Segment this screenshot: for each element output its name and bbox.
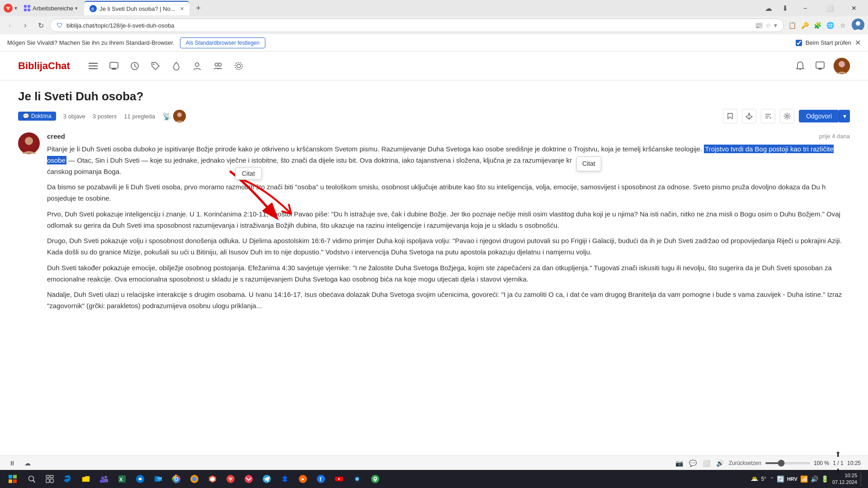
back-button[interactable]: ‹ bbox=[4, 19, 16, 32]
vivaldi-logo[interactable]: ▾ bbox=[4, 4, 17, 13]
groups-icon[interactable] bbox=[213, 61, 223, 71]
taskbar-teams-icon[interactable] bbox=[96, 471, 112, 487]
start-button[interactable] bbox=[4, 470, 22, 488]
taskbar-firefox-icon[interactable] bbox=[186, 471, 203, 487]
topic-settings-button[interactable] bbox=[780, 109, 794, 123]
svg-point-42 bbox=[104, 476, 107, 479]
maximize-button[interactable]: ⬜ bbox=[819, 1, 840, 15]
show-desktop-button[interactable] bbox=[861, 472, 864, 486]
notification-bell-icon[interactable] bbox=[794, 60, 807, 72]
download-icon[interactable]: ⬇ bbox=[778, 2, 791, 14]
tray-network-icon[interactable]: 🔄 bbox=[777, 475, 784, 483]
post-paragraph-3: Prvo, Duh Sveti pokazuje inteligenciju i… bbox=[47, 209, 850, 231]
beim-start-checkbox[interactable] bbox=[796, 40, 802, 46]
tab-mute-icon[interactable]: 🔊 bbox=[715, 458, 725, 468]
tab-title: Je li Sveti Duh osoba? | No... bbox=[99, 5, 175, 12]
address-bar-more-icon[interactable]: ▾ bbox=[774, 22, 777, 29]
set-default-browser-button[interactable]: Als Standardbrowser festlegen bbox=[180, 38, 265, 48]
user-avatar[interactable] bbox=[834, 58, 850, 74]
rss-icon[interactable]: 📡 bbox=[162, 112, 171, 121]
taskbar-explorer-icon[interactable] bbox=[78, 471, 94, 487]
taskbar-clock[interactable]: 10:25 07.12.2024 bbox=[832, 472, 857, 486]
taskbar-facebook-icon[interactable]: f bbox=[313, 471, 329, 487]
svg-rect-32 bbox=[9, 475, 12, 479]
wifi-icon[interactable]: 📶 bbox=[800, 475, 808, 483]
taskbar-dropbox-icon[interactable] bbox=[277, 471, 293, 487]
pause-button[interactable]: ⏸ bbox=[7, 458, 17, 468]
shield-icon: 🛡 bbox=[57, 22, 63, 29]
post-paragraph-2: Da bismo se pozabavili je li Duh Sveti o… bbox=[47, 182, 850, 204]
sort-posts-button[interactable] bbox=[761, 109, 775, 123]
cloud-icon[interactable]: ☁ bbox=[762, 2, 775, 14]
reader-mode-icon[interactable]: 📰 bbox=[755, 22, 763, 29]
odgovori-button[interactable]: Odgovori bbox=[799, 110, 839, 122]
taskbar-edge-icon[interactable] bbox=[60, 471, 76, 487]
tab-close-button[interactable]: ✕ bbox=[180, 6, 184, 12]
taskbar-chrome-icon[interactable] bbox=[168, 471, 184, 487]
reader-icon[interactable]: 💬 bbox=[688, 458, 698, 468]
browser-tab[interactable]: B Je li Sveti Duh osoba? | No... ✕ bbox=[84, 1, 189, 15]
screen-capture-icon[interactable]: 📋 bbox=[787, 20, 797, 31]
picture-in-picture-icon[interactable]: ⬜ bbox=[702, 458, 712, 468]
taskbar-brave-icon[interactable] bbox=[204, 471, 221, 487]
site-logo[interactable]: BiblijaChat bbox=[18, 60, 70, 72]
taskbar-taskview-button[interactable] bbox=[42, 471, 58, 487]
scroll-up-button[interactable]: ⬆ bbox=[833, 449, 844, 460]
taskbar-excel-icon[interactable]: X bbox=[114, 471, 130, 487]
tags-icon[interactable] bbox=[151, 61, 160, 71]
taskbar-youtube-icon[interactable] bbox=[331, 471, 347, 487]
bottom-toolbar: ⏸ ☁ 📷 💬 ⬜ 🔊 Zurücksetzen 100 % ⬆ 1 / 1 ⬇… bbox=[0, 455, 868, 470]
taskbar-copilot-icon[interactable] bbox=[132, 471, 148, 487]
hamburger-menu-icon[interactable] bbox=[88, 61, 98, 71]
tray-expand-icon[interactable]: ⌃ bbox=[770, 476, 774, 482]
extension-icon[interactable]: 🧩 bbox=[812, 20, 823, 31]
zoom-reset-label: Zurücksetzen bbox=[729, 460, 761, 466]
key-icon[interactable]: 🔑 bbox=[799, 20, 810, 31]
taskbar-app1-icon[interactable]: ★ bbox=[295, 471, 311, 487]
bookmark-topic-button[interactable] bbox=[723, 109, 737, 123]
messages-icon[interactable] bbox=[109, 61, 119, 71]
system-tray: ⌃ 🔄 HRV 📶 🔊 🔋 bbox=[770, 475, 829, 483]
bookmark-star-icon[interactable]: ☆ bbox=[765, 22, 771, 29]
recent-icon[interactable] bbox=[130, 61, 140, 71]
pin-topic-button[interactable] bbox=[742, 109, 756, 123]
battery-icon[interactable]: 🔋 bbox=[821, 475, 829, 483]
new-tab-button[interactable]: + bbox=[192, 2, 205, 14]
admin-icon[interactable] bbox=[234, 61, 244, 71]
odgovori-dropdown-button[interactable]: ▾ bbox=[839, 110, 850, 122]
address-bar[interactable]: 🛡 biblija.chat/topic/128/je-li-sveti-duh… bbox=[50, 19, 784, 32]
citat-tooltip-button[interactable]: Citat bbox=[576, 156, 601, 171]
taskbar-maps-icon[interactable] bbox=[367, 471, 383, 487]
cloud-sync-icon[interactable]: ☁ bbox=[23, 458, 33, 468]
taskbar-vivaldi-icon[interactable] bbox=[222, 471, 239, 487]
svg-rect-33 bbox=[13, 475, 17, 479]
workspace-button[interactable]: Arbeitsbereiche ▾ bbox=[20, 3, 81, 13]
zoom-slider[interactable] bbox=[765, 462, 810, 464]
minimize-button[interactable]: − bbox=[795, 1, 816, 15]
popular-icon[interactable] bbox=[171, 61, 181, 71]
chat-icon[interactable] bbox=[814, 60, 826, 72]
refresh-button[interactable]: ↻ bbox=[34, 19, 47, 32]
close-button[interactable]: ✕ bbox=[844, 1, 864, 15]
weather-widget[interactable]: 5° bbox=[750, 474, 766, 483]
language-indicator[interactable]: HRV bbox=[787, 476, 797, 482]
taskbar-pocket-icon[interactable] bbox=[241, 471, 257, 487]
taskbar-search-button[interactable] bbox=[24, 471, 40, 487]
bookmark-list-icon[interactable]: ☆ bbox=[837, 20, 848, 31]
taskbar-telegram-icon[interactable] bbox=[259, 471, 275, 487]
topic-tag[interactable]: 💬 Doktrina bbox=[18, 112, 56, 121]
taskbar-outlook-icon[interactable] bbox=[150, 471, 166, 487]
header-nav bbox=[88, 61, 244, 71]
sound-icon[interactable]: 🔊 bbox=[811, 475, 818, 483]
citat-popup[interactable]: Citat bbox=[235, 167, 262, 180]
forward-button[interactable]: › bbox=[19, 19, 32, 32]
pregleda-count: 11 pregleda bbox=[124, 113, 155, 120]
notification-close-button[interactable]: ✕ bbox=[855, 38, 861, 47]
user-account-icon[interactable] bbox=[852, 19, 864, 33]
profile-icon[interactable] bbox=[192, 61, 202, 71]
post-header: creed prije 4 dana bbox=[47, 132, 850, 140]
screenshot-icon[interactable]: 📷 bbox=[675, 458, 684, 468]
taskbar-steam-icon[interactable] bbox=[349, 471, 365, 487]
post-author[interactable]: creed bbox=[47, 132, 65, 140]
translate-icon[interactable]: 🌐 bbox=[825, 20, 835, 31]
